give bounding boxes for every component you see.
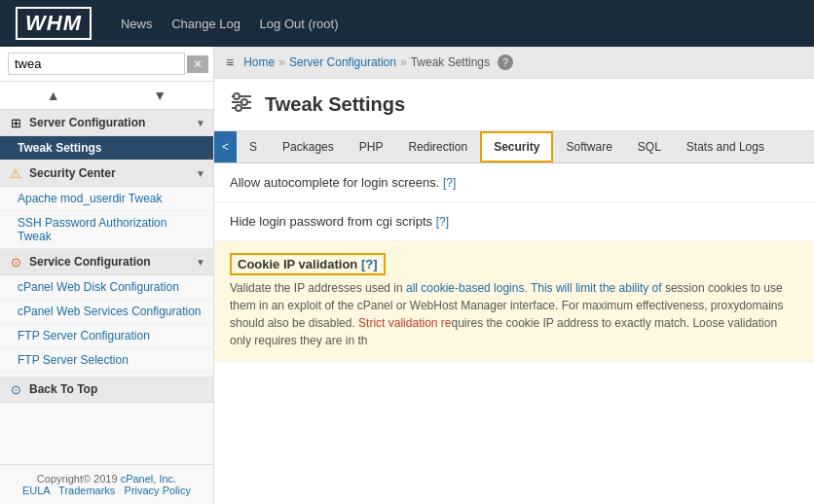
tab-software[interactable]: Software xyxy=(553,132,624,162)
autocomplete-label: Allow autocomplete for login screens. [?… xyxy=(230,175,456,190)
sidebar-item-mod-userdir[interactable]: Apache mod_userdir Tweak xyxy=(0,187,213,211)
sidebar-footer: Copyright© 2019 cPanel, Inc. EULA Tradem… xyxy=(0,464,213,504)
sidebar-item-web-disk[interactable]: cPanel Web Disk Configuration xyxy=(0,275,213,300)
back-to-top-label: Back To Top xyxy=(29,382,205,396)
tab-security[interactable]: Security xyxy=(480,131,553,162)
cpanel-link[interactable]: cPanel, Inc. xyxy=(121,473,176,485)
tab-redirection[interactable]: Redirection xyxy=(395,132,480,162)
tabs-bar: < S Packages PHP Redirection Security So… xyxy=(214,131,814,163)
cookie-ip-help[interactable]: [?] xyxy=(361,257,378,271)
menu-icon[interactable]: ≡ xyxy=(226,54,234,70)
header-nav: News Change Log Log Out (root) xyxy=(121,17,354,31)
sidebar-nav-buttons: ▲ ▼ xyxy=(0,82,213,110)
sidebar-up-button[interactable]: ▲ xyxy=(0,82,107,109)
tab-stats-logs[interactable]: Stats and Logs xyxy=(674,132,777,162)
breadcrumb: ≡ Home » Server Configuration » Tweak Se… xyxy=(214,47,814,79)
tab-partial[interactable]: S xyxy=(237,132,270,162)
header: WHM News Change Log Log Out (root) xyxy=(0,0,814,47)
sidebar-item-tweak-settings[interactable]: Tweak Settings xyxy=(0,136,213,161)
section-server-config[interactable]: ⊞ Server Configuration ▼ xyxy=(0,110,213,136)
privacy-link[interactable]: Privacy Policy xyxy=(125,485,191,496)
chevron-down-icon-2: ▼ xyxy=(196,168,205,179)
tab-packages[interactable]: Packages xyxy=(270,132,347,162)
section-service-config[interactable]: ⊙ Service Configuration ▼ xyxy=(0,249,213,275)
section-security-label: Security Center xyxy=(29,166,196,180)
nav-news[interactable]: News xyxy=(121,17,153,31)
tab-php[interactable]: PHP xyxy=(347,132,396,162)
sidebar-item-ssh-password[interactable]: SSH Password Authorization Tweak xyxy=(0,211,213,249)
tabs-scroll-left[interactable]: < xyxy=(214,131,237,162)
search-clear-button[interactable]: ✕ xyxy=(187,55,208,73)
logo: WHM xyxy=(16,7,92,40)
sidebar-item-ftp-config[interactable]: FTP Server Configuration xyxy=(0,324,213,348)
page-header: Tweak Settings xyxy=(214,79,814,131)
sidebar-down-button[interactable]: ▼ xyxy=(107,82,214,109)
breadcrumb-server-config[interactable]: Server Configuration xyxy=(289,55,396,69)
help-icon[interactable]: ? xyxy=(498,54,513,70)
breadcrumb-sep-2: » xyxy=(400,55,407,69)
section-server-config-label: Server Configuration xyxy=(29,116,196,129)
sidebar: ✕ ▲ ▼ ⊞ Server Configuration ▼ Tweak Set… xyxy=(0,47,214,504)
section-security-center[interactable]: ⚠ Security Center ▼ xyxy=(0,161,213,187)
row-hide-login: Hide login password from cgi scripts [?] xyxy=(214,202,814,241)
content-area: Allow autocomplete for login screens. [?… xyxy=(214,163,814,504)
eula-link[interactable]: EULA xyxy=(22,485,50,496)
layout: ✕ ▲ ▼ ⊞ Server Configuration ▼ Tweak Set… xyxy=(0,47,814,504)
search-input[interactable] xyxy=(8,53,185,75)
up-circle-icon: ⊙ xyxy=(8,381,23,397)
service-icon: ⊙ xyxy=(8,254,23,270)
grid-icon: ⊞ xyxy=(8,115,23,130)
cookie-ip-label: Cookie IP validation [?] xyxy=(230,253,386,275)
nav-logout[interactable]: Log Out (root) xyxy=(260,17,339,31)
hide-login-label: Hide login password from cgi scripts [?] xyxy=(230,214,449,229)
copyright-text: Copyright© 2019 xyxy=(37,473,118,485)
sidebar-search-bar: ✕ xyxy=(0,47,213,82)
chevron-down-icon-3: ▼ xyxy=(196,257,205,268)
security-icon: ⚠ xyxy=(8,165,23,181)
svg-point-1 xyxy=(234,93,240,99)
page-title: Tweak Settings xyxy=(265,93,405,116)
breadcrumb-current: Tweak Settings xyxy=(411,55,490,69)
tab-sql[interactable]: SQL xyxy=(625,132,674,162)
row-cookie-ip: Cookie IP validation [?] Validate the IP… xyxy=(214,241,814,362)
trademarks-link[interactable]: Trademarks xyxy=(58,485,115,496)
section-service-label: Service Configuration xyxy=(29,255,196,269)
main-content: ≡ Home » Server Configuration » Tweak Se… xyxy=(214,47,814,504)
sliders-icon xyxy=(228,89,255,121)
row-autocomplete: Allow autocomplete for login screens. [?… xyxy=(214,163,814,202)
svg-point-5 xyxy=(236,105,241,111)
autocomplete-help[interactable]: [?] xyxy=(443,176,456,190)
breadcrumb-sep-1: » xyxy=(278,55,285,69)
chevron-down-icon: ▼ xyxy=(196,118,205,128)
cookie-ip-description: Validate the IP addresses used in all co… xyxy=(230,279,798,349)
sidebar-item-web-services[interactable]: cPanel Web Services Configuration xyxy=(0,300,213,324)
breadcrumb-home[interactable]: Home xyxy=(243,55,275,69)
hide-login-help[interactable]: [?] xyxy=(436,215,449,229)
back-to-top[interactable]: ⊙ Back To Top xyxy=(0,377,213,403)
sidebar-item-ftp-selection[interactable]: FTP Server Selection xyxy=(0,348,213,373)
svg-point-3 xyxy=(241,99,247,105)
nav-changelog[interactable]: Change Log xyxy=(171,17,240,31)
